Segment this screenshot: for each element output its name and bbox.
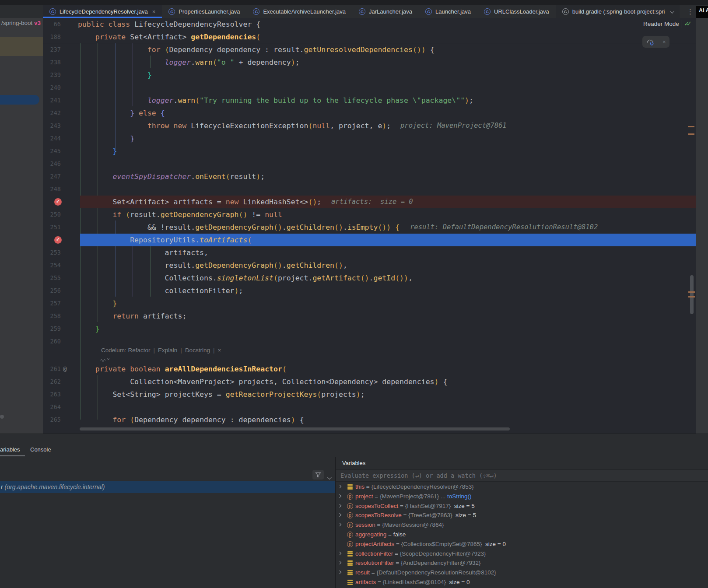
chevron-down-icon[interactable] — [670, 8, 673, 15]
double-check-icon[interactable]: ✓✓ — [684, 20, 697, 28]
code-line-247[interactable]: eventSpyDispatcher.onEvent(result); — [78, 170, 265, 183]
line-number[interactable]: 257 — [43, 297, 61, 310]
line-number[interactable]: 264 — [43, 401, 61, 413]
code-line-262[interactable]: Collection<MavenProject> projects, Colle… — [78, 375, 447, 388]
variable-row-collectionFilter[interactable]: collectionFilter = {ScopeDependencyFilte… — [336, 549, 708, 559]
line-number[interactable]: 240 — [43, 81, 61, 94]
code-line-249[interactable]: Set<Artifact> artifacts = new LinkedHash… — [78, 196, 321, 208]
code-line-265[interactable]: for (Dependency dependency : dependencie… — [78, 413, 304, 426]
line-number[interactable]: 244 — [43, 132, 61, 145]
editor-tab-5[interactable]: CLauncher.java — [419, 5, 477, 18]
line-number[interactable]: 261 — [43, 363, 61, 375]
expand-chevron-icon[interactable] — [338, 523, 341, 526]
line-number[interactable]: 263 — [43, 388, 61, 401]
code-line-257[interactable]: } — [78, 297, 117, 310]
code-line-252[interactable]: RepositoryUtils.toArtifacts( — [78, 234, 252, 246]
editor-tab-6[interactable]: CURLClassLoader.java — [477, 5, 556, 18]
code-line-253[interactable]: artifacts, — [78, 246, 208, 259]
editor-tab-1[interactable]: CLifecycleDependencyResolver.java× — [43, 5, 162, 18]
variable-row-artifacts[interactable]: artifacts = {LinkedHashSet@8104} size = … — [336, 578, 708, 587]
filter-button[interactable] — [312, 470, 324, 480]
code-line-243[interactable]: throw new LifecycleExecutionException(nu… — [78, 119, 391, 132]
code-line-241[interactable]: logger.warn("Try running the build up to… — [78, 94, 473, 107]
code-line-245[interactable]: } — [78, 145, 117, 158]
editor-tab-4[interactable]: CJarLauncher.java — [352, 5, 419, 18]
line-number[interactable]: 248 — [43, 183, 61, 196]
expand-chevron-icon[interactable] — [338, 561, 341, 564]
line-number[interactable]: 265 — [43, 413, 61, 426]
expand-chevron-icon[interactable] — [338, 494, 341, 498]
code-line-188[interactable]: private Set<Artifact> getDependencies( — [78, 31, 260, 43]
close-tab-icon[interactable]: × — [152, 8, 156, 15]
project-tree-highlight-row[interactable] — [0, 37, 43, 56]
code-editor[interactable]: 66public class LifecycleDependencyResolv… — [43, 18, 696, 434]
reader-mode-label[interactable]: Reader Mode — [643, 20, 679, 28]
expand-chevron-icon[interactable] — [338, 513, 341, 517]
error-stripe-mark[interactable] — [688, 296, 695, 298]
code-line-239[interactable]: } — [78, 69, 152, 81]
code-line-255[interactable]: Collections.singletonList(project.getArt… — [78, 272, 413, 284]
code-line-259[interactable]: } — [78, 322, 100, 335]
line-number[interactable]: 253 — [43, 246, 61, 259]
line-number[interactable]: 242 — [43, 107, 61, 119]
line-number[interactable]: 259 — [43, 322, 61, 335]
code-line-261[interactable]: private boolean areAllDependenciesInReac… — [78, 363, 287, 375]
stack-frame-selected[interactable]: r (org.apache.maven.lifecycle.internal) — [0, 481, 335, 493]
line-number[interactable]: 254 — [43, 259, 61, 272]
code-line-256[interactable]: collectionFilter); — [78, 284, 243, 297]
line-number[interactable]: 238 — [43, 56, 61, 69]
editor-tab-2[interactable]: CPropertiesLauncher.java — [162, 5, 246, 18]
expand-chevron-icon[interactable] — [338, 551, 341, 555]
horizontal-scrollbar[interactable] — [80, 427, 510, 430]
codeium-icon[interactable] — [100, 356, 111, 362]
variable-row-session[interactable]: psession = {MavenSession@7864} — [336, 520, 708, 530]
vertical-scrollbar[interactable] — [690, 275, 694, 314]
evaluate-expression-input[interactable]: Evaluate expression (↵) or add a watch (… — [336, 469, 708, 482]
code-line-263[interactable]: Set<String> projectKeys = getReactorProj… — [78, 388, 365, 401]
line-number[interactable]: 66 — [43, 18, 61, 31]
code-line-66[interactable]: public class LifecycleDependencyResolver… — [78, 18, 260, 31]
line-number[interactable]: 260 — [43, 335, 61, 348]
variable-row-projectArtifacts[interactable]: pprojectArtifacts = {Collections$EmptySe… — [336, 539, 708, 549]
variable-row-scopesToResolve[interactable]: pscopesToResolve = {TreeSet@7863} size =… — [336, 511, 708, 520]
line-number[interactable]: 188 — [43, 31, 61, 43]
tab-threads-variables[interactable]: ariables — [0, 444, 20, 456]
variable-row-this[interactable]: this = {LifecycleDependencyResolver@7853… — [336, 482, 708, 492]
ai-assistant-tab[interactable]: AI A — [699, 7, 708, 14]
code-line-250[interactable]: if (result.getDependencyGraph() != null — [78, 208, 282, 221]
code-line-251[interactable]: && !result.getDependencyGraph().getChild… — [78, 221, 400, 234]
code-line-254[interactable]: result.getDependencyGraph().getChildren(… — [78, 259, 347, 272]
expand-chevron-icon[interactable] — [338, 504, 341, 507]
line-number[interactable]: 247 — [43, 170, 61, 183]
line-number[interactable]: 246 — [43, 158, 61, 170]
expand-chevron-icon[interactable] — [338, 485, 341, 488]
line-number[interactable]: 258 — [43, 310, 61, 322]
line-number[interactable]: 237 — [43, 43, 61, 56]
project-root-label[interactable]: /spring-boot v3 — [1, 20, 41, 26]
error-stripe-mark[interactable] — [688, 291, 695, 293]
expand-chevron-icon[interactable] — [338, 570, 341, 574]
variable-row-result[interactable]: result = {DefaultDependencyResolutionRes… — [336, 568, 708, 578]
line-number[interactable]: 241 — [43, 94, 61, 107]
editor-tab-7[interactable]: Gbuild.gradle (:spring-boot-project:spri — [556, 5, 680, 18]
editor-tab-3[interactable]: CExecutableArchiveLauncher.java — [246, 5, 352, 18]
frames-options-chevron-icon[interactable] — [327, 473, 330, 481]
breakpoint-icon[interactable]: ✓ — [54, 198, 62, 206]
error-stripe-mark[interactable] — [688, 133, 694, 135]
error-stripe-mark[interactable] — [688, 126, 694, 127]
floating-toolbar[interactable]: × — [642, 36, 669, 48]
code-line-258[interactable]: return artifacts; — [78, 310, 186, 322]
tab-console[interactable]: Console — [30, 444, 51, 456]
line-number[interactable]: 251 — [43, 221, 61, 234]
variable-row-project[interactable]: pproject = {MavenProject@7861} ... toStr… — [336, 492, 708, 501]
project-tree-selected-row[interactable] — [0, 95, 39, 105]
line-number[interactable]: 250 — [43, 208, 61, 221]
variable-row-scopesToCollect[interactable]: pscopesToCollect = {HashSet@7917} size =… — [336, 501, 708, 511]
code-line-242[interactable]: } else { — [78, 107, 165, 119]
close-icon[interactable]: × — [662, 38, 666, 45]
line-number[interactable]: 245 — [43, 145, 61, 158]
variable-row-resolutionFilter[interactable]: resolutionFilter = {AndDependencyFilter@… — [336, 558, 708, 568]
line-number[interactable]: 243 — [43, 119, 61, 132]
codeium-inline-actions[interactable]: Codeium: Refactor|Explain|Docstring|× — [101, 346, 221, 355]
code-line-238[interactable]: logger.warn("o " + dependency); — [78, 56, 300, 69]
